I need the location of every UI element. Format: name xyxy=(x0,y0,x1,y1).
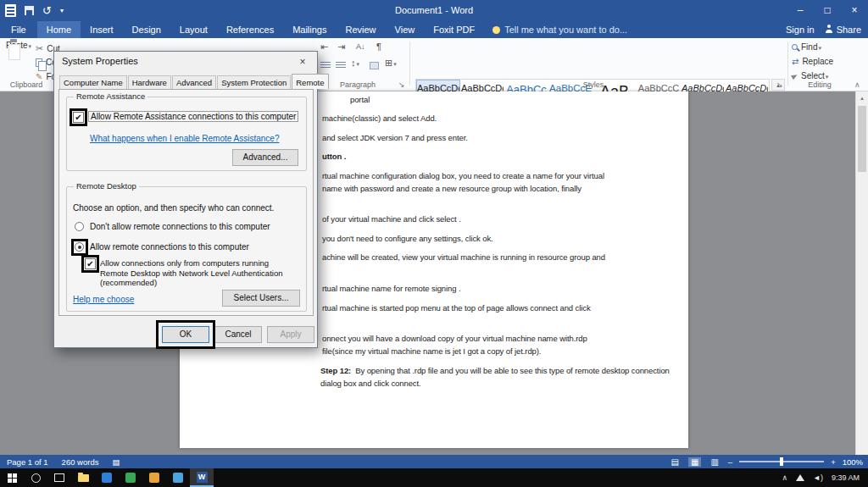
minimize-button[interactable]: – xyxy=(787,0,814,21)
replace-button[interactable]: ⇄Replace xyxy=(792,57,833,66)
close-button[interactable]: × xyxy=(841,0,868,21)
remote-assistance-help-link[interactable]: What happens when I enable Remote Assist… xyxy=(90,134,279,143)
deny-remote-radio-label[interactable]: Don't allow remote connections to this c… xyxy=(90,222,270,231)
find-button[interactable]: Find xyxy=(792,42,821,52)
tab-design[interactable]: Design xyxy=(123,21,170,38)
share-button[interactable]: Share xyxy=(825,25,861,35)
dialog-tab-remote[interactable]: Remote xyxy=(292,74,328,89)
dialog-title-bar[interactable]: System Properties × xyxy=(54,52,317,72)
vertical-scrollbar[interactable]: ▴ xyxy=(855,91,868,455)
dialog-close-icon[interactable]: × xyxy=(291,53,314,70)
dialog-tab-list: Computer NameHardwareAdvancedSystem Prot… xyxy=(59,74,330,89)
read-mode-icon[interactable]: ▤ xyxy=(668,457,681,467)
borders-icon[interactable]: ⊞ xyxy=(385,58,397,69)
dialog-tab-computer-name[interactable]: Computer Name xyxy=(59,75,127,89)
proofing-icon[interactable]: ▤ xyxy=(112,457,120,467)
app-blue-icon xyxy=(102,473,112,483)
zoom-out-button[interactable]: – xyxy=(728,457,732,467)
tab-home[interactable]: Home xyxy=(37,21,81,38)
shading-icon[interactable] xyxy=(370,62,379,69)
print-layout-icon[interactable]: ▦ xyxy=(688,457,701,467)
task-view-icon xyxy=(54,473,64,482)
nla-checkbox-label[interactable]: Allow connections only from computers ru… xyxy=(100,258,298,288)
annotation-box-allow-radio xyxy=(71,239,88,256)
scroll-up-arrow[interactable]: ▴ xyxy=(856,91,868,104)
document-line: rtual machine name for remote signing . xyxy=(322,284,461,293)
show-paragraph-marks-icon[interactable]: ¶ xyxy=(376,42,381,52)
tab-foxit-pdf[interactable]: Foxit PDF xyxy=(424,21,484,38)
document-line: portal xyxy=(350,95,370,104)
network-icon[interactable] xyxy=(796,474,804,481)
deny-remote-radio[interactable] xyxy=(75,222,84,231)
remote-desktop-intro: Choose an option, and then specify who c… xyxy=(73,203,274,213)
clock[interactable]: 9:39 AM xyxy=(832,473,860,482)
zoom-slider-thumb[interactable] xyxy=(780,457,783,466)
help-me-choose-link[interactable]: Help me choose xyxy=(73,295,134,304)
allow-remote-radio-label[interactable]: Allow remote connections to this compute… xyxy=(90,242,249,252)
annotation-box-remote-assistance xyxy=(70,108,87,126)
word-count[interactable]: 260 words xyxy=(62,457,99,467)
sign-in-link[interactable]: Sign in xyxy=(786,25,815,35)
taskbar-search[interactable] xyxy=(24,468,47,487)
zoom-in-button[interactable]: + xyxy=(831,457,836,467)
annotation-box-nla xyxy=(81,255,99,273)
tab-file[interactable]: File xyxy=(0,21,37,38)
sort-icon[interactable]: A↓ xyxy=(356,42,365,51)
taskbar-file-explorer[interactable] xyxy=(71,468,95,487)
document-line: file(since my virtual machine name is je… xyxy=(322,346,541,356)
taskbar-start[interactable] xyxy=(0,468,24,487)
tab-layout[interactable]: Layout xyxy=(170,21,217,38)
maximize-button[interactable]: □ xyxy=(814,0,841,21)
document-line: achine will be created, view your virtua… xyxy=(322,252,605,262)
taskbar-word[interactable]: W xyxy=(190,468,214,487)
taskbar-app-blue[interactable] xyxy=(95,468,119,487)
select-button[interactable]: Select xyxy=(792,71,828,80)
editing-group-label: Editing xyxy=(792,80,848,89)
paragraph-dialog-launcher[interactable]: ↘ xyxy=(398,80,405,89)
remote-desktop-legend: Remote Desktop xyxy=(74,181,139,191)
tell-me-box[interactable]: Tell me what you want to do... xyxy=(492,21,627,38)
window-title: Document1 - Word xyxy=(0,0,868,21)
zoom-slider[interactable] xyxy=(739,461,824,462)
remote-assistance-checkbox-label[interactable]: Allow Remote Assistance connections to t… xyxy=(88,111,298,122)
taskbar-app-lightblue[interactable] xyxy=(166,468,190,487)
dialog-tab-system-protection[interactable]: System Protection xyxy=(217,75,291,89)
taskbar-app-orange[interactable] xyxy=(142,468,166,487)
tab-view[interactable]: View xyxy=(386,21,425,38)
select-users-button[interactable]: Select Users... xyxy=(222,290,300,307)
page-indicator[interactable]: Page 1 of 1 xyxy=(7,457,48,467)
align-center-icon[interactable] xyxy=(336,62,346,69)
indent-decrease-icon[interactable]: ⇤ xyxy=(320,42,328,53)
paste-dropdown-icon xyxy=(28,41,32,50)
share-label: Share xyxy=(837,25,861,35)
scrollbar-thumb[interactable] xyxy=(858,106,866,172)
align-left-icon[interactable] xyxy=(320,62,331,69)
web-layout-icon[interactable]: ▥ xyxy=(708,457,721,467)
ribbon-tab-list: HomeInsertDesignLayoutReferencesMailings… xyxy=(37,21,484,38)
indent-increase-icon[interactable]: ⇥ xyxy=(337,42,345,53)
advanced-button[interactable]: Advanced... xyxy=(232,149,298,166)
windows-start-icon xyxy=(8,473,17,483)
volume-icon[interactable]: ◄) xyxy=(813,473,823,482)
tray-expand-icon[interactable]: ∧ xyxy=(782,473,787,482)
taskbar: W ∧ ◄) 9:39 AM xyxy=(0,468,868,487)
collapse-ribbon-icon[interactable]: ∧ xyxy=(854,80,860,89)
document-line: onnect you will have a download copy of … xyxy=(322,334,587,343)
taskbar-task-view[interactable] xyxy=(47,468,71,487)
dialog-tab-advanced[interactable]: Advanced xyxy=(172,75,216,89)
tab-insert[interactable]: Insert xyxy=(81,21,123,38)
title-bar[interactable]: ↺ ▾ Document1 - Word – □ × xyxy=(0,0,868,21)
tab-mailings[interactable]: Mailings xyxy=(283,21,336,38)
app-lightblue-icon xyxy=(173,473,183,483)
select-label: Select xyxy=(801,71,828,80)
system-tray: ∧ ◄) 9:39 AM xyxy=(782,468,868,487)
styles-dialog-launcher[interactable]: ↘ xyxy=(776,80,783,89)
line-spacing-icon[interactable]: ↕ xyxy=(351,58,359,68)
cancel-button[interactable]: Cancel xyxy=(214,326,262,343)
app-orange-icon xyxy=(149,473,159,483)
taskbar-app-green[interactable] xyxy=(119,468,142,487)
tab-references[interactable]: References xyxy=(217,21,283,38)
dialog-tab-hardware[interactable]: Hardware xyxy=(128,75,171,89)
zoom-level[interactable]: 100% xyxy=(843,457,863,467)
tab-review[interactable]: Review xyxy=(337,21,386,38)
